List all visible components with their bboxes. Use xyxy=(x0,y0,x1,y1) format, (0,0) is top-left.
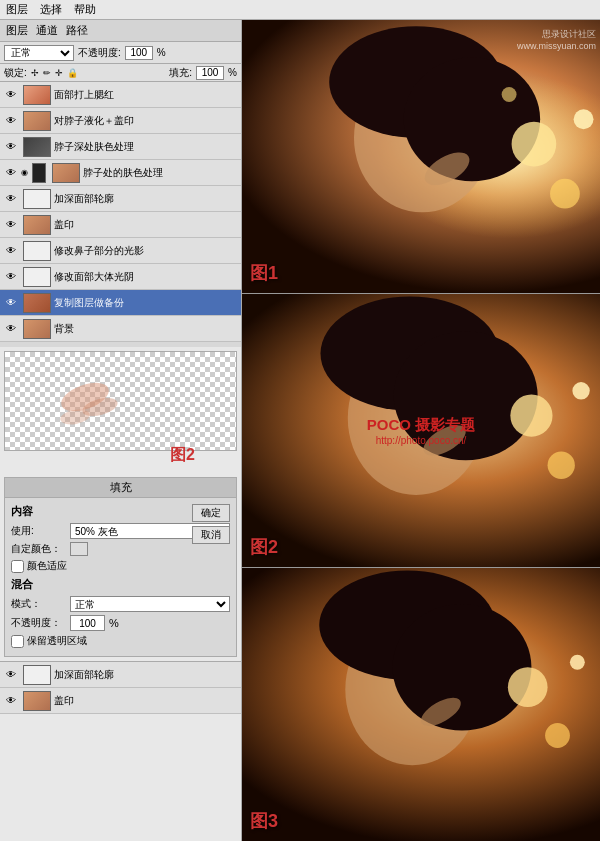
layer-name: 脖子处的肤色处理 xyxy=(83,166,239,180)
layer-thumbnail xyxy=(23,293,51,313)
layer-item[interactable]: 👁 面部打上腮红 xyxy=(0,82,241,108)
lock-label: 锁定: xyxy=(4,66,27,80)
opacity-pct: % xyxy=(157,47,166,58)
ok-button[interactable]: 确定 xyxy=(192,504,230,522)
layer-name: 对脖子液化＋盖印 xyxy=(54,114,239,128)
opacity-label: 不透明度: xyxy=(78,46,121,60)
photo-2: POCO 摄影专题 http://photo.poco.cn/ 图2 xyxy=(242,294,600,567)
custom-color-row: 自定颜色： xyxy=(11,542,230,556)
layer-eye-icon[interactable]: 👁 xyxy=(2,138,20,156)
layer-item-bottom-0[interactable]: 👁 加深面部轮廓 xyxy=(0,662,241,688)
menu-item-help[interactable]: 帮助 xyxy=(74,2,96,17)
layer-name: 盖印 xyxy=(54,694,239,708)
fill-dialog: 填充 确定 取消 内容 使用: 50% 灰色 自定颜色： 颜色适应 xyxy=(4,477,237,657)
layer-thumbnail xyxy=(23,665,51,685)
lock-position-icon[interactable]: ✢ xyxy=(31,68,39,78)
layer-name: 修改鼻子部分的光影 xyxy=(54,244,239,258)
layer-item-selected[interactable]: 👁 复制图层做备份 xyxy=(0,290,241,316)
layer-thumbnail xyxy=(23,267,51,287)
preserve-checkbox[interactable] xyxy=(11,635,24,648)
color-swatch[interactable] xyxy=(70,542,88,556)
menu-item-layers[interactable]: 图层 xyxy=(6,2,28,17)
layer-thumbnail xyxy=(23,111,51,131)
svg-point-24 xyxy=(392,604,531,731)
menu-item-select[interactable]: 选择 xyxy=(40,2,62,17)
layer-eye-icon[interactable]: 👁 xyxy=(2,242,20,260)
svg-point-7 xyxy=(404,57,541,181)
layer-item[interactable]: 👁 盖印 xyxy=(0,212,241,238)
svg-point-10 xyxy=(574,109,594,129)
layer-eye-icon[interactable]: 👁 xyxy=(2,216,20,234)
fig2-label-row: 图2 xyxy=(0,455,241,473)
layer-eye-icon[interactable]: 👁 xyxy=(2,294,20,312)
custom-color-label: 自定颜色： xyxy=(11,542,66,556)
layer-item[interactable]: 👁 脖子深处肤色处理 xyxy=(0,134,241,160)
photo-1: 思录设计社区 www.missyuan.com 图1 xyxy=(242,20,600,293)
layer-name: 盖印 xyxy=(54,218,239,232)
menu-bar: 图层 选择 帮助 xyxy=(0,0,600,20)
photo-label-3: 图3 xyxy=(250,809,278,833)
photo-3: 图3 xyxy=(242,568,600,841)
lock-all-icon[interactable]: 🔒 xyxy=(67,68,78,78)
watermark: 思录设计社区 www.missyuan.com xyxy=(517,28,600,51)
layer-name: 复制图层做备份 xyxy=(54,296,239,310)
color-adapt-row: 颜色适应 xyxy=(11,559,230,573)
watermark-url: www.missyuan.com xyxy=(517,41,596,51)
mode-select-fill[interactable]: 正常 xyxy=(70,596,230,612)
svg-point-9 xyxy=(550,179,580,209)
photo-label-2-right: 图2 xyxy=(250,535,278,559)
blend-mode-select[interactable]: 正常 xyxy=(4,45,74,61)
poco-watermark: POCO 摄影专题 http://photo.poco.cn/ xyxy=(367,416,475,446)
poco-watermark-overlay: POCO 摄影专题 http://photo.poco.cn/ xyxy=(242,294,600,567)
layer-eye-icon[interactable]: 👁 xyxy=(2,320,20,338)
mode-label: 模式： xyxy=(11,597,66,611)
fill-pct: % xyxy=(228,67,237,78)
layer-item[interactable]: 👁 修改面部大体光阴 xyxy=(0,264,241,290)
layer-thumbnail xyxy=(23,189,51,209)
left-panel: 图层 通道 路径 正常 不透明度: % 锁定: ✢ ✏ ✛ 🔒 填充: % xyxy=(0,20,242,841)
layer-eye-icon[interactable]: 👁 xyxy=(2,112,20,130)
layers-panel-header: 图层 通道 路径 xyxy=(0,20,241,42)
opacity-value-input[interactable] xyxy=(70,615,105,631)
layer-item[interactable]: 👁 ◉ 脖子处的肤色处理 xyxy=(0,160,241,186)
photo-1-svg xyxy=(242,20,600,293)
svg-point-27 xyxy=(570,655,585,670)
layer-eye-icon[interactable]: 👁 xyxy=(2,692,20,710)
preserve-label: 保留透明区域 xyxy=(27,634,87,648)
fill-input[interactable] xyxy=(196,66,224,80)
layer-name: 面部打上腮红 xyxy=(54,88,239,102)
layer-item[interactable]: 👁 对脖子液化＋盖印 xyxy=(0,108,241,134)
layer-item[interactable]: 👁 加深面部轮廓 xyxy=(0,186,241,212)
layer-mask-thumb xyxy=(32,163,46,183)
preserve-row: 保留透明区域 xyxy=(11,634,230,648)
blend-section-label: 混合 xyxy=(11,577,230,592)
layer-item[interactable]: 👁 修改鼻子部分的光影 xyxy=(0,238,241,264)
tab-channels[interactable]: 通道 xyxy=(36,23,58,38)
tab-layers[interactable]: 图层 xyxy=(6,23,28,38)
cancel-button[interactable]: 取消 xyxy=(192,526,230,544)
opacity-input[interactable] xyxy=(125,46,153,60)
svg-point-11 xyxy=(502,87,517,102)
lock-fill-row: 锁定: ✢ ✏ ✛ 🔒 填充: % xyxy=(0,64,241,82)
right-panel: 思录设计社区 www.missyuan.com 图1 xyxy=(242,20,600,841)
layer-controls-row: 正常 不透明度: % xyxy=(0,42,241,64)
layer-item[interactable]: 👁 背景 xyxy=(0,316,241,342)
tab-paths[interactable]: 路径 xyxy=(66,23,88,38)
layer-eye-icon[interactable]: 👁 xyxy=(2,86,20,104)
layer-eye-icon[interactable]: 👁 xyxy=(2,268,20,286)
layer-eye-icon[interactable]: 👁 xyxy=(2,190,20,208)
layer-name: 背景 xyxy=(54,322,239,336)
lock-draw-icon[interactable]: ✏ xyxy=(43,68,51,78)
layer-item-bottom-1[interactable]: 👁 盖印 xyxy=(0,688,241,714)
layer-thumbnail xyxy=(23,691,51,711)
layer-eye-icon[interactable]: 👁 xyxy=(2,164,20,182)
mode-row: 模式： 正常 xyxy=(11,596,230,612)
layer-eye-icon[interactable]: 👁 xyxy=(2,666,20,684)
lock-move-icon[interactable]: ✛ xyxy=(55,68,63,78)
poco-url: http://photo.poco.cn/ xyxy=(367,435,475,446)
use-label: 使用: xyxy=(11,524,66,538)
color-adapt-checkbox[interactable] xyxy=(11,560,24,573)
photo-label-1: 图1 xyxy=(250,261,278,285)
layer-thumbnail xyxy=(23,85,51,105)
bottom-layers: 👁 加深面部轮廓 👁 盖印 xyxy=(0,661,241,714)
